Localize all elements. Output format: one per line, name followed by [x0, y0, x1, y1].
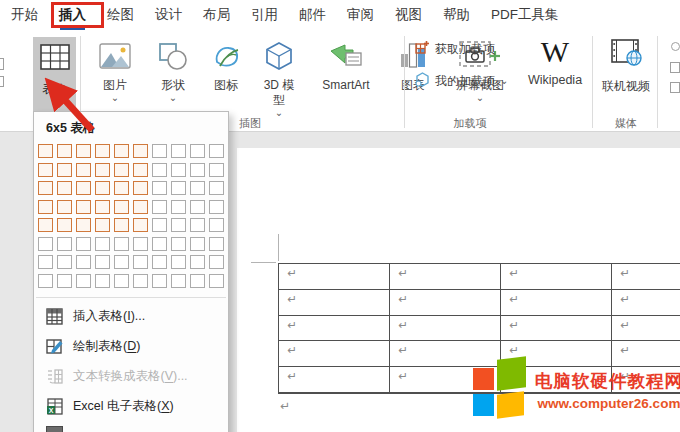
table-grid-cell[interactable]: [190, 200, 205, 214]
document-table-cell[interactable]: ↵: [390, 316, 501, 342]
table-grid-cell[interactable]: [57, 200, 72, 214]
table-grid-cell[interactable]: [95, 255, 110, 269]
table-grid-cell[interactable]: [209, 163, 224, 177]
table-grid-cell[interactable]: [95, 144, 110, 158]
table-grid-cell[interactable]: [190, 181, 205, 195]
table-grid-cell[interactable]: [114, 274, 129, 288]
table-grid-cell[interactable]: [57, 181, 72, 195]
table-grid-cell[interactable]: [152, 144, 167, 158]
menu-item-绘制表格[interactable]: 绘制表格(D): [34, 332, 228, 362]
document-table-cell[interactable]: ↵: [612, 264, 680, 290]
table-grid-cell[interactable]: [133, 255, 148, 269]
table-grid-cell[interactable]: [38, 181, 53, 195]
table-grid-cell[interactable]: [209, 144, 224, 158]
table-grid-cell[interactable]: [209, 237, 224, 251]
tab-开始[interactable]: 开始: [10, 2, 39, 28]
table-grid-cell[interactable]: [114, 144, 129, 158]
table-grid-cell[interactable]: [209, 274, 224, 288]
table-grid-cell[interactable]: [209, 181, 224, 195]
tab-布局[interactable]: 布局: [202, 2, 231, 28]
table-grid-cell[interactable]: [152, 163, 167, 177]
table-grid-cell[interactable]: [133, 181, 148, 195]
tab-绘图[interactable]: 绘图: [106, 2, 135, 28]
table-grid-cell[interactable]: [190, 274, 205, 288]
table-grid-cell[interactable]: [171, 144, 186, 158]
my-addins-button[interactable]: 我的加载项 ⌄: [415, 72, 525, 90]
ribbon-button-3D 模型[interactable]: 3D 模型⌄: [250, 36, 308, 116]
table-grid-cell[interactable]: [57, 274, 72, 288]
table-grid-cell[interactable]: [133, 144, 148, 158]
table-grid-cell[interactable]: [171, 218, 186, 232]
table-grid-cell[interactable]: [95, 163, 110, 177]
table-grid-cell[interactable]: [133, 163, 148, 177]
tab-审阅[interactable]: 审阅: [346, 2, 375, 28]
table-grid-cell[interactable]: [38, 218, 53, 232]
document-table-cell[interactable]: ↵: [279, 341, 390, 367]
online-video-button[interactable]: 联机视频: [600, 38, 652, 95]
table-grid-cell[interactable]: [76, 255, 91, 269]
table-grid-cell[interactable]: [38, 163, 53, 177]
document-table-cell[interactable]: ↵: [612, 290, 680, 316]
table-grid-cell[interactable]: [114, 237, 129, 251]
document-table-cell[interactable]: ↵: [279, 316, 390, 342]
ribbon-button-图标[interactable]: 图标: [202, 36, 250, 93]
table-grid-cell[interactable]: [57, 218, 72, 232]
table-grid-cell[interactable]: [190, 255, 205, 269]
table-grid-cell[interactable]: [152, 255, 167, 269]
table-grid-cell[interactable]: [38, 255, 53, 269]
table-grid-cell[interactable]: [190, 237, 205, 251]
table-grid-cell[interactable]: [76, 200, 91, 214]
document-table-cell[interactable]: ↵: [501, 316, 612, 342]
table-grid-cell[interactable]: [76, 144, 91, 158]
table-grid-cell[interactable]: [209, 255, 224, 269]
table-grid-cell[interactable]: [171, 163, 186, 177]
table-grid-cell[interactable]: [190, 144, 205, 158]
tab-设计[interactable]: 设计: [154, 2, 183, 28]
document-table-cell[interactable]: ↵: [612, 316, 680, 342]
table-grid-cell[interactable]: [171, 237, 186, 251]
quick-tables-icon[interactable]: [46, 426, 63, 432]
table-grid-cell[interactable]: [95, 181, 110, 195]
table-grid-cell[interactable]: [114, 163, 129, 177]
document-table-cell[interactable]: ↵: [501, 264, 612, 290]
table-grid-cell[interactable]: [57, 255, 72, 269]
tab-PDF工具集[interactable]: PDF工具集: [490, 2, 560, 28]
document-page[interactable]: ↵↵↵↵↵↵↵↵↵↵↵↵↵↵↵↵↵↵↵↵↵↵↵↵↵↵↵↵↵↵ ↵ 电脑软硬件教程…: [237, 148, 680, 432]
table-grid-cell[interactable]: [95, 218, 110, 232]
table-grid-cell[interactable]: [152, 274, 167, 288]
document-table-cell[interactable]: ↵: [390, 264, 501, 290]
table-grid-cell[interactable]: [152, 237, 167, 251]
table-grid-cell[interactable]: [133, 200, 148, 214]
table-grid-cell[interactable]: [114, 218, 129, 232]
table-grid-cell[interactable]: [171, 181, 186, 195]
get-addins-button[interactable]: 获取加载项: [415, 40, 525, 58]
table-grid-cell[interactable]: [114, 181, 129, 195]
table-grid-cell[interactable]: [133, 274, 148, 288]
table-grid-cell[interactable]: [152, 200, 167, 214]
table-grid-cell[interactable]: [76, 274, 91, 288]
table-grid-cell[interactable]: [171, 200, 186, 214]
document-table-cell[interactable]: ↵: [501, 290, 612, 316]
ribbon-button-形状[interactable]: 形状⌄: [144, 36, 202, 101]
table-grid-cell[interactable]: [133, 237, 148, 251]
ribbon-button-SmartArt[interactable]: SmartArt: [308, 36, 384, 93]
document-table-cell[interactable]: ↵: [279, 290, 390, 316]
table-grid-cell[interactable]: [95, 237, 110, 251]
document-table-cell[interactable]: ↵: [390, 290, 501, 316]
table-grid-cell[interactable]: [38, 274, 53, 288]
table-grid-cell[interactable]: [171, 255, 186, 269]
tab-邮件[interactable]: 邮件: [298, 2, 327, 28]
table-grid-cell[interactable]: [152, 218, 167, 232]
table-grid-cell[interactable]: [76, 218, 91, 232]
table-grid-cell[interactable]: [95, 200, 110, 214]
table-grid-cell[interactable]: [209, 200, 224, 214]
table-grid-cell[interactable]: [57, 237, 72, 251]
document-table-cell[interactable]: ↵: [279, 264, 390, 290]
table-grid-cell[interactable]: [38, 144, 53, 158]
document-table-cell[interactable]: ↵: [279, 367, 390, 393]
tab-帮助[interactable]: 帮助: [442, 2, 471, 28]
table-grid-cell[interactable]: [190, 163, 205, 177]
table-grid-cell[interactable]: [114, 200, 129, 214]
table-grid-cell[interactable]: [152, 181, 167, 195]
tab-引用[interactable]: 引用: [250, 2, 279, 28]
